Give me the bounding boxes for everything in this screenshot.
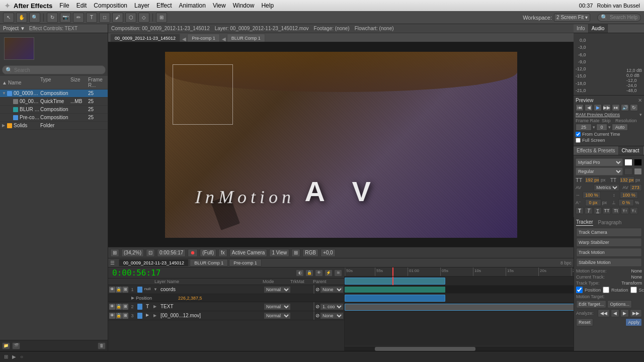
warp-stabilizer-btn[interactable]: Warp Stabilizer	[576, 238, 642, 247]
tool-puppet[interactable]: ◇	[138, 13, 149, 23]
bold-btn[interactable]: T	[576, 207, 584, 214]
new-folder-btn[interactable]: 📁	[2, 342, 10, 349]
col-framerate-label[interactable]: Frame R...	[88, 77, 106, 88]
paragraph-tab[interactable]: Paragraph	[598, 220, 622, 225]
apply-btn[interactable]: Apply	[625, 318, 642, 326]
skip-input[interactable]: 0	[596, 124, 607, 131]
resolution-input[interactable]: Auto	[612, 124, 628, 131]
comp-tab-precomp[interactable]: Pre-comp 1	[187, 34, 220, 42]
sub-btn[interactable]: T↓	[630, 207, 638, 214]
playhead[interactable]	[392, 267, 393, 276]
tracking-type-select[interactable]: Metrics	[594, 184, 619, 191]
parent-select[interactable]: None	[320, 313, 343, 319]
tool-rotate[interactable]: ↻	[47, 13, 58, 23]
italic-btn[interactable]: T	[585, 207, 593, 214]
expand-icon[interactable]: ▶	[2, 123, 7, 128]
lock-icon[interactable]: 🔒	[116, 304, 122, 310]
project-item[interactable]: Pre-comp 1 Composition 25	[0, 114, 108, 122]
tool-select[interactable]: ↖	[3, 13, 14, 23]
zoom-display[interactable]: (34,2%)	[121, 249, 144, 257]
analyze-forward-all[interactable]: ▶▶	[630, 309, 642, 317]
layer-expand-btn[interactable]: ▶	[153, 313, 159, 318]
tool-camera[interactable]: 📷	[60, 13, 71, 23]
parent-icon[interactable]: ⊘	[315, 304, 319, 309]
baseline-input[interactable]: 0 px	[585, 199, 601, 206]
visibility-icon[interactable]: 👁	[109, 313, 115, 319]
analyze-back[interactable]: ◀	[611, 309, 619, 317]
new-comp-btn[interactable]: 🎬	[12, 342, 20, 349]
position-check[interactable]	[576, 287, 583, 293]
layer-row[interactable]: 👁 🔒 ⊞ 2 T ▶ TEXT Normal	[108, 302, 344, 311]
tab-effects[interactable]: Effects & Presets	[574, 146, 619, 155]
tab-character[interactable]: Charact	[619, 146, 643, 155]
parent-select[interactable]: None	[320, 287, 343, 293]
menu-window[interactable]: Window	[233, 2, 255, 9]
layer-row[interactable]: 👁 🔒 ⊞ 3 ▶ ▶ [00_000...12.mov] Normal	[108, 311, 344, 320]
track-bar[interactable]	[345, 278, 445, 285]
tsukuri-input[interactable]: 0 %	[618, 199, 634, 206]
super-btn[interactable]: T↑	[621, 207, 629, 214]
camera-display[interactable]: Active Camera	[229, 249, 268, 257]
color-swatch-2[interactable]	[624, 168, 632, 175]
scale-check[interactable]	[630, 287, 637, 293]
collapse-icon[interactable]: ⊞	[122, 287, 128, 293]
track-camera-btn[interactable]: Track Camera	[576, 228, 642, 237]
motion-blur-btn[interactable]: ≋	[334, 269, 342, 277]
mode-select[interactable]: Normal	[264, 304, 290, 310]
tool-stamp[interactable]: ⬡	[125, 13, 136, 23]
comp-tab-blur[interactable]: BLUR Comp 1	[227, 34, 265, 42]
workspace-dropdown[interactable]: 2 Screen Fit ▾	[554, 14, 590, 22]
menu-effect[interactable]: Effect	[156, 2, 172, 9]
snap-btn[interactable]: ⊞	[110, 249, 119, 257]
tool-shape[interactable]: □	[99, 13, 110, 23]
track-motion-btn[interactable]: Track Motion	[576, 248, 642, 257]
menu-composition[interactable]: Composition	[94, 2, 127, 9]
project-item[interactable]: 00_0009_....mov QuickTime ...MB 25	[0, 98, 108, 106]
font-size2-input[interactable]: 132 px	[619, 176, 634, 184]
tool-brush[interactable]: 🖌	[112, 13, 123, 23]
show-grid[interactable]: ⊞	[291, 249, 300, 257]
font-size-input[interactable]: 192 px	[585, 176, 600, 184]
lock-layers-btn[interactable]: 🔒	[305, 269, 313, 277]
underline-btn[interactable]: T	[594, 207, 602, 214]
draft-btn[interactable]: ⚡	[325, 269, 333, 277]
tool-snapping[interactable]: ⊞	[156, 13, 167, 23]
menu-help[interactable]: Help	[261, 2, 274, 9]
preview-tab[interactable]: Preview	[576, 98, 594, 103]
effects-toggle[interactable]: fx	[218, 249, 227, 257]
ram-preview-label[interactable]: RAM Preview Options	[576, 112, 620, 117]
color-swatch-black[interactable]	[634, 159, 642, 166]
track-bar[interactable]	[345, 304, 574, 311]
lock-icon[interactable]: 🔒	[116, 313, 122, 319]
from-current-checkbox[interactable]	[576, 132, 581, 137]
prev-play[interactable]: ▶	[594, 104, 602, 111]
expand-icon[interactable]: ▼	[2, 91, 7, 96]
hide-shy-btn[interactable]: 👁	[315, 269, 323, 277]
collapse-icon[interactable]: ⊞	[122, 304, 128, 310]
project-item[interactable]: ▼ 00_0009_...012 Composition 25	[0, 89, 108, 98]
project-title[interactable]: Project ▼	[3, 26, 25, 31]
menu-file[interactable]: File	[59, 2, 69, 9]
parent-select[interactable]: 1. coords	[320, 304, 343, 310]
tl-tab-precomp[interactable]: Pre-comp 1	[229, 259, 262, 266]
timeline-scrollbar[interactable]	[345, 346, 574, 351]
solo-btn[interactable]: ◐	[296, 269, 304, 277]
tool-text[interactable]: T	[86, 13, 97, 23]
project-item[interactable]: BLUR Comp 1 Composition 25	[0, 106, 108, 114]
collapse-icon[interactable]: ⊞	[122, 313, 128, 319]
prev-audio[interactable]: 🔊	[621, 104, 629, 111]
menu-edit[interactable]: Edit	[76, 2, 87, 9]
tab-audio[interactable]: Audio	[589, 24, 608, 33]
search-help[interactable]: 🔍 Search Help	[597, 14, 641, 22]
delete-btn[interactable]: 🗑	[98, 342, 106, 349]
sublayer-value[interactable]: 226,2,387,5	[176, 296, 202, 301]
view-display[interactable]: 1 View	[269, 249, 289, 257]
menu-animation[interactable]: Animation	[179, 2, 206, 9]
record-btn[interactable]: ⏺	[188, 249, 198, 257]
menu-view[interactable]: View	[213, 2, 226, 9]
channel-btn[interactable]: RGB	[302, 249, 318, 257]
analyze-back-all[interactable]: ◀◀	[598, 309, 610, 317]
framerate-input[interactable]: 25	[576, 124, 592, 131]
comp-tab-main[interactable]: 00_0009_2012-11-23_145012	[110, 34, 180, 42]
style-select[interactable]: Regular	[576, 167, 623, 175]
